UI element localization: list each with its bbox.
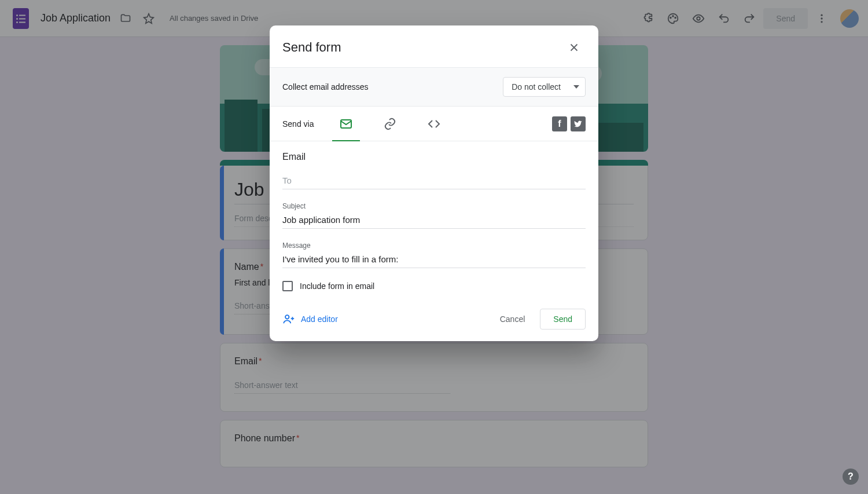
send-form-dialog: Send form Collect email addresses Do not… xyxy=(270,25,598,341)
subject-label: Subject xyxy=(282,202,586,210)
tab-email[interactable] xyxy=(324,107,368,141)
include-form-row[interactable]: Include form in email xyxy=(282,281,586,291)
close-button[interactable] xyxy=(562,36,586,59)
dialog-title: Send form xyxy=(282,40,341,55)
svg-point-14 xyxy=(285,315,289,319)
link-icon xyxy=(383,117,397,131)
help-button[interactable]: ? xyxy=(843,469,859,485)
include-form-checkbox[interactable] xyxy=(282,281,293,291)
help-icon: ? xyxy=(848,471,854,482)
cancel-label: Cancel xyxy=(500,314,525,324)
subject-input[interactable] xyxy=(282,213,586,229)
cancel-button[interactable]: Cancel xyxy=(491,309,535,330)
message-input[interactable] xyxy=(282,252,586,268)
add-editor-label: Add editor xyxy=(301,314,338,324)
collect-emails-label: Collect email addresses xyxy=(282,82,369,92)
add-editor-button[interactable]: Add editor xyxy=(282,313,338,325)
share-twitter[interactable] xyxy=(571,116,586,131)
send-via-row: Send via f xyxy=(270,107,598,141)
email-icon xyxy=(339,117,353,131)
embed-icon xyxy=(427,117,441,131)
collect-emails-dropdown[interactable]: Do not collect xyxy=(503,77,586,97)
tab-link[interactable] xyxy=(368,107,412,141)
twitter-icon xyxy=(573,119,583,129)
tab-embed[interactable] xyxy=(412,107,456,141)
collect-emails-value: Do not collect xyxy=(512,82,561,92)
close-icon xyxy=(568,41,580,54)
send-via-label: Send via xyxy=(282,119,314,129)
person-add-icon xyxy=(282,313,295,325)
message-label: Message xyxy=(282,241,586,250)
facebook-icon: f xyxy=(558,119,561,129)
email-section-title: Email xyxy=(282,152,586,162)
send-label: Send xyxy=(553,314,572,324)
send-button[interactable]: Send xyxy=(540,309,586,330)
include-form-label: Include form in email xyxy=(300,281,374,291)
chevron-down-icon xyxy=(573,85,579,89)
collect-emails-row: Collect email addresses Do not collect xyxy=(270,67,598,107)
to-input[interactable] xyxy=(282,174,586,189)
share-facebook[interactable]: f xyxy=(552,116,567,131)
